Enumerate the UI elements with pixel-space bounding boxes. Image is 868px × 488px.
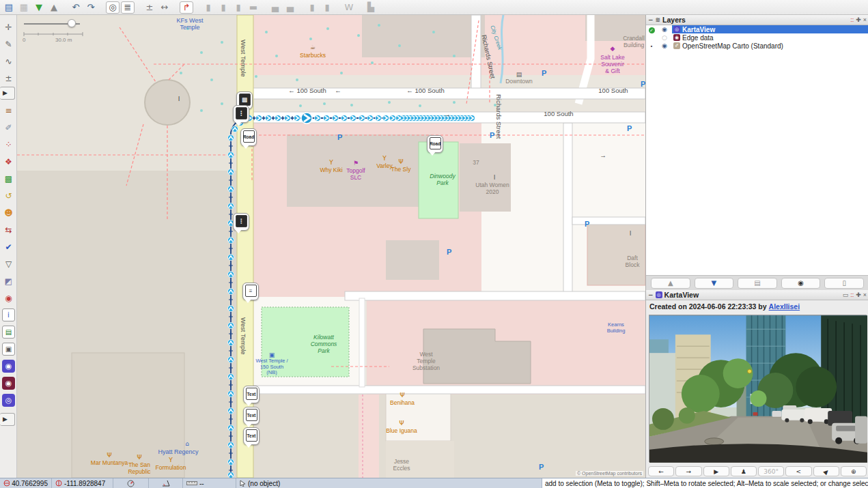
tags-panel-toggle[interactable]: i	[2, 308, 15, 321]
text-balloon-2[interactable]: Text	[243, 407, 260, 425]
text-balloon-3[interactable]: Text	[243, 427, 260, 445]
kartaview-panel-header: − ◎ KartaView ▭ :: ✚ ×	[646, 290, 868, 300]
layer-name: OpenStreetMap Carto (Standard)	[682, 42, 783, 50]
author-link[interactable]: AlexIlisei	[769, 302, 800, 311]
download-data-button[interactable]: ▼	[32, 1, 46, 14]
bus-stop-balloon[interactable]: ≡	[242, 283, 259, 300]
parking-icon: P	[585, 220, 589, 228]
map-canvas[interactable]: 0 30.0 m © OpenStreetMap contributors We…	[17, 15, 645, 478]
validation-toggle[interactable]: ⁘	[2, 138, 15, 151]
layer-visibility-toggle[interactable]: ○	[657, 34, 672, 41]
improve-accuracy-tool[interactable]: ∿	[2, 55, 15, 68]
kilowatt-park-area	[262, 307, 349, 377]
photo-panel-toggle[interactable]: ▣	[2, 343, 15, 356]
kartaview-icon: ◎	[656, 291, 662, 298]
map-paint-styles-toggle[interactable]: ◩	[2, 274, 15, 287]
presets-panel-toggle[interactable]: ▤	[2, 326, 15, 339]
layer-visibility-toggle[interactable]: ◉	[657, 26, 672, 33]
distribute-nodes-button[interactable]: ↔	[158, 1, 171, 14]
follow-line-button[interactable]: ↱	[180, 1, 193, 14]
layer-row-osm-carto[interactable]: ▪◉✐OpenStreetMap Carto (Standard)	[646, 42, 868, 50]
right-panel-area: − ≋ Layers :: ✚ × ✓◉◎KartaView○◉Edge dat…	[645, 15, 868, 478]
direction-button[interactable]: ▶	[813, 466, 839, 476]
more-panels-expander[interactable]: ▶	[0, 413, 15, 426]
layer-row-edge-data[interactable]: ○◉Edge data	[646, 33, 868, 42]
layer-visibility-toggle[interactable]: ◉	[657, 42, 672, 49]
collapse-icon[interactable]: −	[648, 291, 654, 298]
layer-row-kartaview[interactable]: ✓◉◎KartaView	[646, 25, 868, 33]
cursor-icon	[240, 480, 246, 487]
merge-layer-button[interactable]: ▤	[738, 278, 777, 289]
undo-button[interactable]: ↶	[69, 1, 83, 14]
layer-row-body[interactable]: ◉Edge data	[672, 33, 868, 42]
layer-name: Edge data	[682, 34, 714, 42]
scale-zero: 0	[23, 37, 25, 43]
merge-overlap-tool[interactable]: ±	[2, 72, 15, 85]
detach-icon[interactable]: ::	[850, 16, 854, 23]
text-balloon-1[interactable]: Text	[243, 386, 260, 403]
tool-sidebar: ✛✎∿±▶≡✐⁘❖▩↺☻⇆✔▽◩◉i▤▣◉◉◎▶	[0, 15, 17, 478]
close-icon[interactable]: ×	[863, 291, 867, 298]
traffic-signal-balloon-1-glyph: ⋮	[236, 107, 247, 119]
layer-row-body[interactable]: ✐OpenStreetMap Carto (Standard)	[672, 42, 868, 50]
main-toolbar: ▤▦▼▲↶↷◎≣±↔↱▮▮▮▬▄▄▮▮W▙	[0, 0, 868, 15]
traffic-signal-balloon-2[interactable]: ⋮	[233, 213, 249, 231]
scale-distance: 30.0 m	[55, 37, 72, 43]
sticky-icon[interactable]: ✚	[856, 16, 861, 23]
roundabout	[145, 80, 190, 125]
upload-data-button[interactable]: ▲	[47, 1, 61, 14]
zoom-slider-knob[interactable]	[68, 19, 76, 27]
open-website-button[interactable]: ⊕	[841, 466, 867, 476]
traffic-signal-balloon-1[interactable]: ⋮	[233, 105, 249, 123]
more-tools-expander[interactable]: ▶	[0, 87, 15, 100]
draw-node-tool[interactable]: ✎	[2, 38, 15, 51]
move-layer-up-button[interactable]: ▲	[651, 278, 690, 289]
distance-value: --	[199, 480, 204, 487]
show-hide-layer-button[interactable]: ◉	[781, 278, 821, 289]
kartaview-toggle[interactable]: ◎	[2, 394, 15, 407]
detach-icon[interactable]: ::	[850, 291, 854, 298]
select-tool[interactable]: ✛	[2, 20, 15, 33]
collapse-icon[interactable]: −	[648, 16, 654, 23]
move-layer-down-button[interactable]: ▼	[695, 278, 734, 289]
sticky-icon[interactable]: ✚	[856, 291, 861, 298]
conflict-toggle[interactable]: ⇆	[2, 223, 15, 236]
layers-panel: − ≋ Layers :: ✚ × ✓◉◎KartaView○◉Edge dat…	[646, 15, 868, 290]
filter-toggle[interactable]: ▽	[2, 257, 15, 270]
open-file-button[interactable]: ▤	[2, 1, 16, 14]
preferences-button[interactable]: ≣	[121, 1, 135, 14]
notes-toggle[interactable]: ◉	[2, 291, 15, 304]
road-balloon-2[interactable]: Road	[427, 135, 443, 153]
next-photo-button[interactable]: →	[675, 466, 701, 476]
command-stack-toggle[interactable]: ↺	[2, 189, 15, 202]
text-balloon-1-glyph: Text	[246, 388, 257, 400]
layer-type-icon: ◎	[673, 26, 680, 33]
share-button[interactable]: <	[785, 466, 811, 476]
window-icon[interactable]: ▭	[843, 291, 849, 298]
layers-toggle[interactable]: ≡	[2, 104, 15, 117]
image-layer-button-2: ▮	[216, 1, 230, 14]
unglue-nodes-button[interactable]: ±	[143, 1, 156, 14]
street-photo[interactable]	[649, 315, 867, 462]
redo-button[interactable]: ↷	[84, 1, 98, 14]
draw-style-toggle[interactable]: ✐	[2, 121, 15, 134]
chart-button: ▙	[364, 1, 378, 14]
delete-layer-button[interactable]: ▯	[824, 278, 864, 289]
edge-data-toggle[interactable]: ◉	[2, 377, 15, 390]
validator-toggle[interactable]: ✔	[2, 240, 15, 253]
layer-type-icon: ◉	[673, 34, 680, 41]
open-viewer-button[interactable]: ♟	[731, 466, 757, 476]
imagery-toggle[interactable]: ▩	[2, 172, 15, 185]
object-info-value: (no object)	[248, 480, 280, 487]
relations-toggle[interactable]: ❖	[2, 155, 15, 168]
authors-toggle[interactable]: ☻	[2, 206, 15, 219]
search-button[interactable]: ◎	[106, 1, 120, 14]
close-icon[interactable]: ×	[863, 16, 867, 23]
road-balloon-1[interactable]: Road	[240, 128, 257, 146]
compass-icon	[127, 480, 135, 487]
layer-row-body[interactable]: ◎KartaView	[672, 25, 868, 33]
previous-photo-button[interactable]: ←	[648, 466, 674, 476]
play-sequence-button[interactable]: ▶	[703, 466, 729, 476]
longitude-icon	[55, 480, 62, 487]
mapillary-toggle[interactable]: ◉	[2, 360, 15, 373]
